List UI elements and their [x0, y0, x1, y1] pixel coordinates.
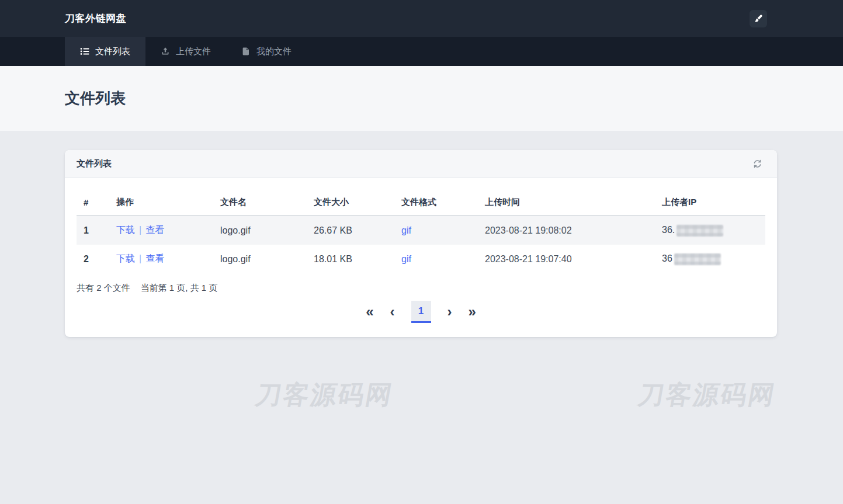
row-actions: 下载|查看 — [109, 215, 213, 245]
tab-upload-file[interactable]: 上传文件 — [145, 37, 226, 66]
row-uploaded: 2023-08-21 19:08:02 — [478, 215, 655, 245]
file-table: # 操作 文件名 文件大小 文件格式 上传时间 上传者IP 1 下载|查看 — [77, 190, 765, 273]
pagination-prev-button[interactable]: ‹ — [387, 304, 398, 320]
main-nav: 文件列表 上传文件 我的文件 — [0, 37, 843, 66]
pagination-first-button[interactable]: « — [362, 304, 377, 320]
pagination-next-button[interactable]: › — [444, 304, 456, 320]
row-index: 2 — [77, 245, 109, 273]
card-title: 文件列表 — [77, 158, 112, 169]
paintbrush-icon — [754, 14, 763, 23]
ip-visible-text: 36 — [662, 253, 672, 263]
download-link[interactable]: 下载 — [116, 253, 135, 263]
format-link[interactable]: gif — [401, 254, 411, 264]
pagination-current-page[interactable]: 1 — [411, 301, 431, 323]
view-link[interactable]: 查看 — [145, 253, 164, 263]
file-icon — [241, 47, 251, 56]
theme-toggle-button[interactable] — [750, 10, 767, 27]
action-separator: | — [139, 225, 141, 235]
page-title: 文件列表 — [65, 88, 126, 109]
tab-label: 文件列表 — [95, 46, 130, 57]
view-link[interactable]: 查看 — [145, 225, 164, 235]
ip-redacted-blur — [674, 253, 721, 265]
row-size: 26.67 KB — [307, 215, 394, 245]
col-header-ip: 上传者IP — [655, 190, 765, 215]
summary-page-info: 当前第 1 页, 共 1 页 — [141, 283, 218, 293]
col-header-size: 文件大小 — [307, 190, 394, 215]
row-uploaded: 2023-08-21 19:07:40 — [478, 245, 655, 273]
action-separator: | — [139, 253, 141, 263]
table-row: 2 下载|查看 logo.gif 18.01 KB gif 2023-08-21… — [77, 245, 765, 273]
col-header-index: # — [77, 190, 109, 215]
col-header-filename: 文件名 — [213, 190, 307, 215]
tab-label: 我的文件 — [256, 46, 292, 57]
main-content: 刀客源码网 刀客源码网 文件列表 — [0, 150, 843, 504]
pagination: « ‹ 1 › » — [77, 301, 765, 323]
format-link[interactable]: gif — [401, 225, 411, 235]
row-filename: logo.gif — [213, 215, 307, 245]
row-format: gif — [394, 245, 478, 273]
brand-title: 刀客外链网盘 — [65, 12, 126, 25]
refresh-button[interactable] — [750, 156, 765, 172]
ip-visible-text: 36. — [662, 225, 675, 235]
watermark: 刀客源码网 — [636, 378, 779, 412]
watermark: 刀客源码网 — [253, 378, 396, 412]
row-format: gif — [394, 215, 478, 245]
list-icon — [80, 47, 89, 56]
file-list-card: 文件列表 — [65, 150, 777, 337]
card-header: 文件列表 — [65, 150, 777, 178]
row-index: 1 — [77, 215, 109, 245]
tab-file-list[interactable]: 文件列表 — [65, 37, 145, 66]
refresh-icon — [752, 158, 763, 169]
row-filename: logo.gif — [213, 245, 307, 273]
table-row: 1 下载|查看 logo.gif 26.67 KB gif 2023-08-21… — [77, 215, 765, 245]
table-summary: 共有 2 个文件当前第 1 页, 共 1 页 — [77, 283, 765, 294]
pagination-last-button[interactable]: » — [465, 304, 480, 320]
row-size: 18.01 KB — [307, 245, 394, 273]
header: 刀客源码网 刀客源码网 刀客外链网盘 文件列表 — [0, 0, 843, 66]
row-ip: 36. — [655, 215, 765, 245]
summary-total: 共有 2 个文件 — [77, 283, 130, 293]
page-title-banner: 文件列表 — [0, 66, 843, 131]
card-body: # 操作 文件名 文件大小 文件格式 上传时间 上传者IP 1 下载|查看 — [65, 178, 777, 337]
upload-icon — [161, 47, 170, 56]
ip-redacted-blur — [677, 225, 723, 237]
tab-my-files[interactable]: 我的文件 — [226, 37, 307, 66]
tab-label: 上传文件 — [176, 46, 211, 57]
col-header-format: 文件格式 — [394, 190, 478, 215]
topbar: 刀客外链网盘 — [0, 0, 843, 37]
col-header-actions: 操作 — [109, 190, 213, 215]
row-actions: 下载|查看 — [109, 245, 213, 273]
table-header-row: # 操作 文件名 文件大小 文件格式 上传时间 上传者IP — [77, 190, 765, 215]
col-header-uploaded: 上传时间 — [478, 190, 655, 215]
download-link[interactable]: 下载 — [116, 225, 135, 235]
row-ip: 36 — [655, 245, 765, 273]
